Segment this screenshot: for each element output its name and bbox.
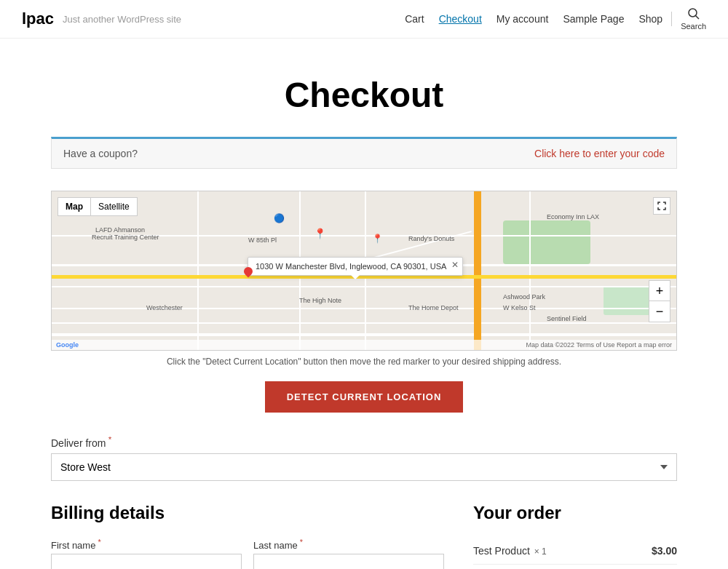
order-qty: × 1 <box>534 546 547 557</box>
google-logo: Google <box>56 341 79 349</box>
map-tab-satellite[interactable]: Satellite <box>90 197 138 216</box>
map-fullscreen-button[interactable] <box>653 197 670 215</box>
order-product-price: $3.00 <box>625 538 677 565</box>
billing-heading: Billing details <box>51 503 444 523</box>
nav-sample-page[interactable]: Sample Page <box>563 13 624 25</box>
coupon-bar: Have a coupon? Click here to enter your … <box>51 137 677 169</box>
map-container[interactable]: LAFD Ahmanson Recruit Training Center LA… <box>51 191 677 351</box>
tagline: Just another WordPress site <box>63 14 181 25</box>
last-name-field: Last name * <box>253 538 444 569</box>
map-attribution: Google Map data ©2022 Terms of Use Repor… <box>52 340 676 350</box>
coupon-link[interactable]: Click here to enter your code <box>534 148 665 159</box>
nav-shop[interactable]: Shop <box>638 13 662 25</box>
nav-checkout[interactable]: Checkout <box>439 13 482 25</box>
detect-button-wrap: DETECT CURRENT LOCATION <box>51 381 677 413</box>
fullscreen-icon <box>657 202 666 210</box>
nav-myaccount[interactable]: My account <box>496 13 549 25</box>
tooltip-address: 1030 W Manchester Blvd, Inglewood, CA 90… <box>256 262 446 271</box>
map-attribution-text: Map data ©2022 Terms of Use Report a map… <box>526 341 672 349</box>
first-name-input[interactable] <box>51 554 242 569</box>
subtotal-label: Subtotal <box>473 564 625 569</box>
search-label: Search <box>681 22 706 31</box>
map-zoom-controls: + − <box>649 280 670 322</box>
page-title: Checkout <box>15 75 713 115</box>
deliver-from-select[interactable]: Store West <box>51 453 677 481</box>
order-heading: Your order <box>473 503 677 523</box>
map-instruction: Click the "Detect Current Location" butt… <box>51 357 677 367</box>
checkout-columns: Billing details First name * Last name *… <box>51 503 677 569</box>
svg-point-0 <box>689 9 697 17</box>
search-icon <box>687 7 700 20</box>
first-name-label: First name * <box>51 538 242 551</box>
tooltip-close[interactable]: ✕ <box>451 260 459 270</box>
subtotal-value: $3.00 <box>625 564 677 569</box>
page-title-wrap: Checkout <box>0 39 728 137</box>
coupon-text: Have a coupon? <box>63 148 138 159</box>
billing-section: Billing details First name * Last name *… <box>51 503 444 569</box>
logo[interactable]: lpac <box>22 9 54 28</box>
main-nav: Cart Checkout My account Sample Page Sho… <box>405 13 662 25</box>
search-button[interactable]: Search <box>681 7 706 31</box>
last-name-label: Last name * <box>253 538 444 551</box>
map-tab-map[interactable]: Map <box>58 197 90 216</box>
name-row: First name * Last name * <box>51 538 444 569</box>
map-zoom-out[interactable]: − <box>649 301 670 322</box>
last-name-input[interactable] <box>253 554 444 569</box>
order-product-name: Test Product × 1 <box>473 538 625 565</box>
main-content: Have a coupon? Click here to enter your … <box>36 137 692 569</box>
nav-cart[interactable]: Cart <box>405 13 424 25</box>
map-zoom-in[interactable]: + <box>649 281 670 301</box>
order-section: Your order Test Product × 1 $3.00 Subtot… <box>473 503 677 569</box>
svg-line-1 <box>695 16 699 20</box>
first-name-field: First name * <box>51 538 242 569</box>
header: lpac Just another WordPress site Cart Ch… <box>0 0 728 39</box>
detect-location-button[interactable]: DETECT CURRENT LOCATION <box>265 381 464 413</box>
map-tooltip: 1030 W Manchester Blvd, Inglewood, CA 90… <box>248 257 463 276</box>
order-table: Test Product × 1 $3.00 Subtotal $3.00 <box>473 538 677 569</box>
deliver-from-section: Deliver from * Store West <box>51 434 677 481</box>
order-subtotal-row: Subtotal $3.00 <box>473 564 677 569</box>
header-divider <box>671 12 672 26</box>
map-type-tabs: Map Satellite <box>58 197 138 216</box>
deliver-from-label: Deliver from * <box>51 434 677 449</box>
order-product-row: Test Product × 1 $3.00 <box>473 538 677 565</box>
